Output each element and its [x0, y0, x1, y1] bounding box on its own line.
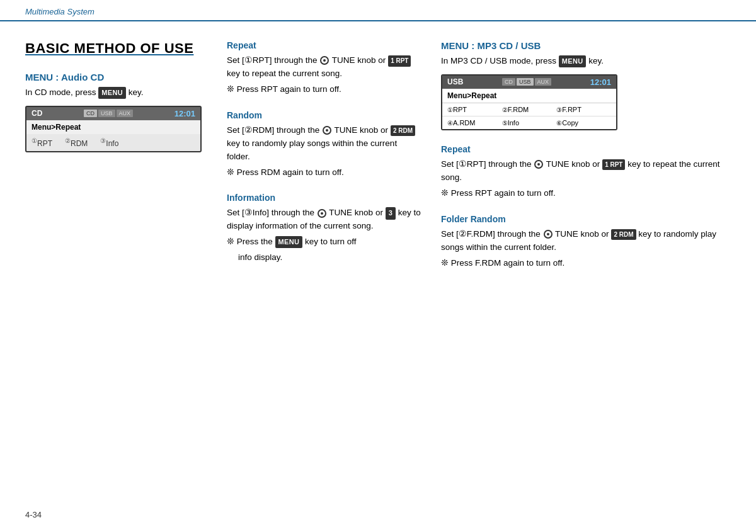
page-footer: 4-34 — [25, 510, 42, 519]
page-title: BASIC METHOD OF USE — [25, 40, 208, 57]
usb-tab-usb: USB — [517, 78, 534, 86]
usb-display: USB CD USB AUX 12:01 Menu>Repeat ①RPT ②F… — [441, 74, 617, 130]
usb-tab-cd: CD — [502, 78, 515, 86]
folder-random-section: Folder Random Set [②F.RDM] through the T… — [441, 214, 731, 270]
cd-tabs: CD USB AUX — [84, 110, 133, 117]
cd-item-rpt: ①RPT — [32, 137, 52, 148]
usb-display-header: USB CD USB AUX 12:01 — [442, 76, 616, 89]
usb-item-copy: ⑥Copy — [556, 119, 611, 127]
repeat-heading: Repeat — [227, 40, 422, 50]
key-2rdm-r: 2 RDM — [611, 229, 636, 241]
usb-item-ardm: ④A.RDM — [447, 119, 502, 127]
tune-icon-info — [318, 209, 326, 218]
usb-label: USB — [447, 77, 463, 86]
page-header: Multimedia System — [0, 0, 756, 21]
left-column: BASIC METHOD OF USE MENU : Audio CD In C… — [25, 40, 227, 283]
usb-item-frdm: ②F.RDM — [502, 106, 557, 113]
usb-item-info: ⑤Info — [502, 119, 557, 127]
repeat-right-note: Press RPT again to turn off. — [441, 187, 731, 200]
middle-column: Repeat Set [①RPT] through the TUNE knob … — [227, 40, 441, 283]
cd-display-items: ①RPT ②RDM ③Info — [26, 134, 200, 151]
key-menu-info: MENU — [275, 236, 303, 248]
mp3-body: In MP3 CD / USB mode, press MENU key. — [441, 55, 731, 68]
cd-tab-usb: USB — [98, 110, 115, 117]
usb-tabs: CD USB AUX — [502, 78, 551, 86]
information-note: Press the MENU key to turn off — [227, 235, 422, 249]
key-1rpt-r: 1 RPT — [602, 159, 625, 171]
cd-display: CD CD USB AUX 12:01 Menu>Repeat ①RPT ②RD… — [25, 106, 202, 152]
cd-item-info: ③Info — [100, 137, 118, 148]
cd-tab-aux: AUX — [117, 110, 134, 117]
cd-time: 12:01 — [175, 109, 195, 118]
repeat-section: Repeat Set [①RPT] through the TUNE knob … — [227, 40, 422, 96]
information-heading: Information — [227, 193, 422, 203]
random-note: Press RDM again to turn off. — [227, 166, 422, 179]
usb-item-frpt: ③F.RPT — [556, 106, 611, 113]
audio-cd-section: MENU : Audio CD In CD mode, press MENU k… — [25, 72, 208, 152]
usb-item-rpt: ①RPT — [447, 106, 502, 113]
tune-icon-random — [323, 126, 331, 135]
usb-row2: ④A.RDM ⑤Info ⑥Copy — [442, 116, 616, 129]
right-column: MENU : MP3 CD / USB In MP3 CD / USB mode… — [441, 40, 731, 283]
cd-menu-text: Menu>Repeat — [26, 120, 200, 134]
key-2rdm: 2 RDM — [391, 125, 415, 137]
repeat-right-section: Repeat Set [①RPT] through the TUNE knob … — [441, 144, 731, 200]
cd-item-rdm: ②RDM — [65, 137, 88, 148]
information-section: Information Set [③Info] through the TUNE… — [227, 193, 422, 264]
header-title: Multimedia System — [25, 7, 94, 16]
folder-random-body: Set [②F.RDM] through the TUNE knob or 2 … — [441, 228, 731, 254]
random-heading: Random — [227, 110, 422, 120]
repeat-right-heading: Repeat — [441, 144, 731, 154]
information-note2: info display. — [238, 251, 422, 264]
menu-key-mp3: MENU — [559, 55, 587, 67]
usb-menu-text: Menu>Repeat — [442, 89, 616, 103]
tune-icon-repeat-r — [534, 160, 543, 169]
usb-row1: ①RPT ②F.RDM ③F.RPT — [442, 103, 616, 116]
mp3-section: MENU : MP3 CD / USB In MP3 CD / USB mode… — [441, 40, 731, 130]
usb-tab-aux: AUX — [535, 78, 552, 86]
mp3-heading: MENU : MP3 CD / USB — [441, 40, 731, 51]
main-content: BASIC METHOD OF USE MENU : Audio CD In C… — [0, 21, 756, 308]
audio-cd-heading: MENU : Audio CD — [25, 72, 208, 82]
random-section: Random Set [②RDM] through the TUNE knob … — [227, 110, 422, 179]
information-body: Set [③Info] through the TUNE knob or 3 k… — [227, 207, 422, 233]
tune-icon-frdm — [544, 230, 553, 239]
cd-display-header: CD CD USB AUX 12:01 — [26, 107, 200, 120]
folder-random-note: Press F.RDM again to turn off. — [441, 257, 731, 270]
cd-label: CD — [32, 109, 42, 118]
repeat-note: Press RPT again to turn off. — [227, 83, 422, 96]
page-number: 4-34 — [25, 510, 42, 519]
key-1rpt: 1 RPT — [388, 55, 411, 67]
repeat-right-body: Set [①RPT] through the TUNE knob or 1 RP… — [441, 158, 731, 184]
folder-random-heading: Folder Random — [441, 214, 731, 224]
menu-key-badge: MENU — [98, 87, 126, 99]
cd-tab-cd: CD — [84, 110, 97, 117]
random-body: Set [②RDM] through the TUNE knob or 2 RD… — [227, 124, 422, 164]
key-3: 3 — [386, 207, 396, 219]
repeat-body: Set [①RPT] through the TUNE knob or 1 RP… — [227, 54, 422, 81]
audio-cd-body: In CD mode, press MENU key. — [25, 86, 208, 99]
tune-icon-repeat — [320, 56, 329, 65]
usb-time: 12:01 — [590, 77, 611, 87]
